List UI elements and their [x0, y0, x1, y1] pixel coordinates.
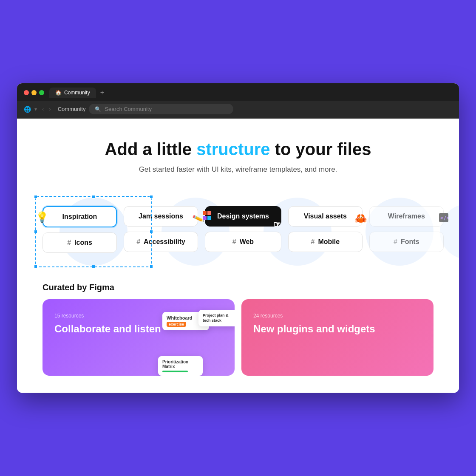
web-label: Web [240, 238, 254, 246]
accessibility-label: Accessibility [144, 238, 185, 246]
category-accessibility[interactable]: # Accessibility [124, 232, 198, 252]
category-extra-hash[interactable]: # Fonts [369, 232, 444, 252]
jam-sessions-label: Jam sessions [139, 212, 183, 220]
svg-rect-5 [203, 211, 207, 215]
card-resources-2: 24 resources [253, 313, 422, 319]
svg-rect-7 [203, 216, 207, 220]
exercise-tag: exercise [167, 322, 186, 327]
search-icon: 🔍 [95, 106, 101, 112]
category-mobile[interactable]: # Mobile [288, 232, 363, 252]
prioritization-card: Prioritization Matrix [158, 356, 203, 376]
curated-section: Curated by Figma 15 resources Collaborat… [17, 274, 459, 393]
selection-handle-bl [34, 265, 37, 268]
new-tab-button[interactable]: + [98, 88, 107, 97]
globe-icon: 🌐 [24, 106, 31, 113]
traffic-light-maximize[interactable] [39, 90, 44, 95]
page-content: Add a little structure to your files Get… [17, 119, 459, 393]
hash-web: # [232, 238, 236, 246]
hero-subtitle: Get started faster with UI kits, wirefra… [34, 165, 442, 174]
tab-label: Community [64, 90, 90, 96]
hero-section: Add a little structure to your files Get… [17, 119, 459, 189]
nav-chevron-down[interactable]: ▾ [34, 106, 37, 112]
hash-icons: # [67, 239, 71, 246]
hero-title-part1: Add a little [105, 140, 197, 159]
search-bar[interactable]: 🔍 Search Community [89, 104, 233, 114]
curated-card-plugins[interactable]: 24 resources New plugins and widgets [241, 299, 434, 376]
traffic-light-minimize[interactable] [31, 90, 37, 95]
extra-label: Wireframes [388, 212, 425, 220]
traffic-lights [24, 90, 44, 95]
rocket-icon: 🦀 [354, 212, 367, 224]
hero-title-accent: structure [196, 140, 270, 159]
search-placeholder: Search Community [105, 106, 152, 112]
category-jam-sessions[interactable]: ✏️ Jam sessions [124, 206, 198, 227]
categories-scroll: 💡 Inspiration # Icons ✏️ Jam sessions [17, 198, 459, 261]
cursor-icon: ☞ [273, 219, 281, 230]
grid-icon [202, 210, 212, 223]
selection-handle-b [92, 265, 95, 268]
browser-addressbar: 🌐 ▾ ‹ › Community 🔍 Search Community [17, 101, 459, 119]
hash-extra: # [394, 238, 397, 246]
active-tab[interactable]: 🏠 Community [49, 88, 96, 98]
category-icons[interactable]: # Icons [42, 232, 117, 253]
category-col-3: Design systems ☞ # Web [205, 206, 281, 253]
code-icon: </> [439, 213, 448, 224]
extra-hash-label: Fonts [401, 238, 419, 246]
browser-titlebar: 🏠 Community + [17, 83, 459, 101]
category-inspiration[interactable]: 💡 Inspiration [42, 206, 117, 227]
visual-assets-label: Visual assets [304, 212, 347, 220]
design-systems-label: Design systems [217, 212, 269, 220]
curated-card-collaborate[interactable]: 15 resources Collaborate and listen Whit… [42, 299, 235, 376]
category-design-systems[interactable]: Design systems ☞ [205, 206, 281, 227]
svg-rect-8 [207, 216, 211, 220]
browser-window: 🏠 Community + 🌐 ▾ ‹ › Community 🔍 Search… [17, 83, 459, 393]
hero-title: Add a little structure to your files [34, 139, 442, 159]
project-plan-card: Project plan & tech stack [198, 310, 235, 326]
card-title-2: New plugins and widgets [253, 322, 422, 335]
back-button[interactable]: ‹ [40, 105, 45, 113]
category-col-5: </> Wireframes # Fonts [369, 206, 444, 253]
inspiration-label: Inspiration [62, 213, 97, 221]
bulb-icon: 💡 [36, 211, 48, 223]
tab-bar: 🏠 Community + [49, 88, 452, 98]
category-col-1: 💡 Inspiration # Icons [42, 206, 117, 253]
svg-text:</>: </> [440, 215, 448, 221]
nav-arrows: ‹ › [40, 105, 53, 113]
curated-cards: 15 resources Collaborate and listen Whit… [42, 299, 434, 376]
categories-section: 💡 Inspiration # Icons ✏️ Jam sessions [17, 189, 459, 274]
hash-mobile: # [311, 238, 315, 246]
category-extra[interactable]: </> Wireframes [369, 206, 444, 227]
category-col-4: 🦀 Visual assets # Mobile [288, 206, 363, 253]
card-illustration: Whiteboard exercise Project plan & tech … [154, 308, 235, 376]
traffic-light-close[interactable] [24, 90, 29, 95]
curated-title: Curated by Figma [42, 283, 434, 292]
selection-handle-br [150, 265, 153, 268]
pm-progress-bar [162, 371, 188, 372]
category-visual-assets[interactable]: 🦀 Visual assets [288, 206, 363, 227]
pm-title: Prioritization Matrix [162, 360, 198, 369]
svg-rect-6 [207, 211, 211, 215]
icons-label: Icons [74, 239, 92, 246]
mobile-label: Mobile [318, 238, 340, 246]
category-col-2: ✏️ Jam sessions # Accessibility [124, 206, 198, 253]
forward-button[interactable]: › [47, 105, 52, 113]
breadcrumb: Community [58, 106, 86, 112]
home-icon: 🏠 [55, 90, 62, 96]
category-web[interactable]: # Web [205, 232, 281, 252]
hero-title-part2: to your files [270, 140, 371, 159]
hash-accessibility: # [136, 238, 140, 246]
